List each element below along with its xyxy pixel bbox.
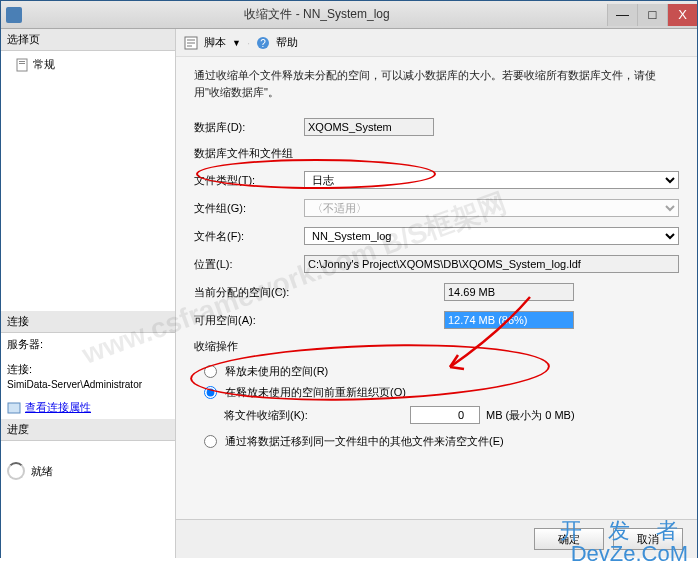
script-dropdown-icon[interactable]: ▼: [232, 38, 241, 48]
close-button[interactable]: X: [667, 4, 697, 26]
shrink-to-label: 将文件收缩到(K):: [224, 408, 404, 423]
progress-spinner-icon: [7, 462, 25, 480]
filename-label: 文件名(F):: [194, 229, 304, 244]
radio-release-unused[interactable]: [204, 365, 217, 378]
svg-text:?: ?: [260, 38, 266, 49]
left-panel: 选择页 常规 连接 服务器: 连接: SimiData-Server\Admin…: [1, 29, 176, 558]
location-field: [304, 255, 679, 273]
window-title: 收缩文件 - NN_System_log: [27, 6, 607, 23]
help-button[interactable]: 帮助: [276, 35, 298, 50]
help-icon: ?: [256, 36, 270, 50]
titlebar: 收缩文件 - NN_System_log — □ X: [1, 1, 697, 29]
properties-icon: [7, 401, 21, 415]
shrink-action-header: 收缩操作: [194, 339, 679, 354]
svg-rect-2: [19, 63, 25, 64]
script-button[interactable]: 脚本: [204, 35, 226, 50]
radio-release-unused-label: 释放未使用的空间(R): [225, 364, 328, 379]
shrink-to-input[interactable]: [410, 406, 480, 424]
svg-rect-3: [8, 403, 20, 413]
available-field: [444, 311, 574, 329]
view-conn-props-label: 查看连接属性: [25, 400, 91, 415]
radio-reorganize-label: 在释放未使用的空间前重新组织页(O): [225, 385, 406, 400]
location-label: 位置(L):: [194, 257, 304, 272]
app-icon: [6, 7, 22, 23]
filetype-select[interactable]: 日志: [304, 171, 679, 189]
toolbar: 脚本 ▼ · ? 帮助: [176, 29, 697, 57]
select-page-header: 选择页: [1, 29, 175, 51]
maximize-button[interactable]: □: [637, 4, 667, 26]
database-label: 数据库(D):: [194, 120, 304, 135]
cancel-button[interactable]: 取消: [613, 528, 683, 550]
available-label: 可用空间(A):: [194, 313, 344, 328]
page-general-label: 常规: [33, 57, 55, 72]
server-label: 服务器:: [7, 337, 169, 352]
filegroup-label: 文件组(G):: [194, 201, 304, 216]
conn-label: 连接:: [7, 362, 169, 377]
page-icon: [15, 58, 29, 72]
progress-header: 进度: [1, 419, 175, 441]
page-general[interactable]: 常规: [7, 55, 169, 74]
filetype-label: 文件类型(T):: [194, 173, 304, 188]
filename-select[interactable]: NN_System_log: [304, 227, 679, 245]
svg-rect-1: [19, 61, 25, 62]
filegroup-select: 〈不适用〉: [304, 199, 679, 217]
button-bar: 确定 取消: [176, 519, 697, 558]
connection-header: 连接: [1, 311, 175, 333]
right-panel: 脚本 ▼ · ? 帮助 通过收缩单个文件释放未分配的空间，可以减小数据库的大小。…: [176, 29, 697, 558]
files-group-header: 数据库文件和文件组: [194, 146, 679, 161]
radio-empty-file-label: 通过将数据迁移到同一文件组中的其他文件来清空文件(E): [225, 434, 504, 449]
allocated-field: [444, 283, 574, 301]
conn-value: SimiData-Server\Administrator: [7, 379, 169, 390]
view-conn-props[interactable]: 查看连接属性: [7, 400, 169, 415]
progress-status: 就绪: [31, 464, 53, 479]
shrink-to-unit: MB (最小为 0 MB): [486, 408, 575, 423]
minimize-button[interactable]: —: [607, 4, 637, 26]
ok-button[interactable]: 确定: [534, 528, 604, 550]
allocated-label: 当前分配的空间(C):: [194, 285, 344, 300]
description-text: 通过收缩单个文件释放未分配的空间，可以减小数据库的大小。若要收缩所有数据库文件，…: [194, 67, 679, 100]
radio-empty-file[interactable]: [204, 435, 217, 448]
svg-rect-0: [17, 59, 27, 71]
database-field: [304, 118, 434, 136]
radio-reorganize[interactable]: [204, 386, 217, 399]
script-icon: [184, 36, 198, 50]
